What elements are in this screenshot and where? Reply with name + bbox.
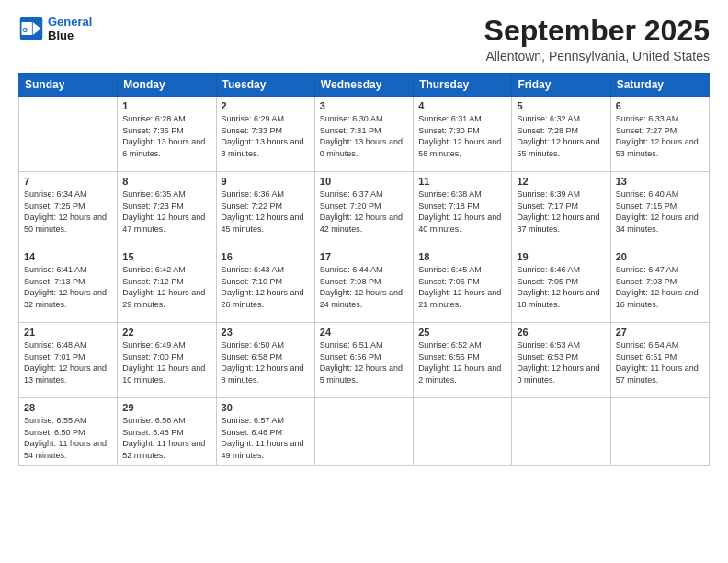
calendar-cell: 6Sunrise: 6:33 AMSunset: 7:27 PMDaylight… xyxy=(610,97,709,172)
calendar-cell: 8Sunrise: 6:35 AMSunset: 7:23 PMDaylight… xyxy=(118,172,216,247)
calendar-cell xyxy=(512,398,610,465)
calendar-cell: 1Sunrise: 6:28 AMSunset: 7:35 PMDaylight… xyxy=(118,97,216,172)
cell-content: Sunrise: 6:56 AMSunset: 6:48 PMDaylight:… xyxy=(122,415,210,461)
weekday-header: Tuesday xyxy=(216,74,314,97)
cell-content: Sunrise: 6:29 AMSunset: 7:33 PMDaylight:… xyxy=(222,113,310,159)
calendar-cell xyxy=(414,398,512,465)
calendar-cell: 10Sunrise: 6:37 AMSunset: 7:20 PMDayligh… xyxy=(314,172,413,247)
calendar-cell: 15Sunrise: 6:42 AMSunset: 7:12 PMDayligh… xyxy=(118,247,216,323)
day-number: 20 xyxy=(616,251,704,262)
cell-content: Sunrise: 6:38 AMSunset: 7:18 PMDaylight:… xyxy=(418,189,506,235)
calendar-cell: 3Sunrise: 6:30 AMSunset: 7:31 PMDaylight… xyxy=(314,97,413,172)
calendar-header-row: SundayMondayTuesdayWednesdayThursdayFrid… xyxy=(19,74,710,97)
cell-content: Sunrise: 6:44 AMSunset: 7:08 PMDaylight:… xyxy=(320,264,408,310)
day-number: 13 xyxy=(616,176,704,187)
calendar-cell: 26Sunrise: 6:53 AMSunset: 6:53 PMDayligh… xyxy=(512,323,610,398)
calendar-cell xyxy=(19,97,118,172)
calendar-cell: 2Sunrise: 6:29 AMSunset: 7:33 PMDaylight… xyxy=(216,97,314,172)
calendar-cell: 13Sunrise: 6:40 AMSunset: 7:15 PMDayligh… xyxy=(610,172,709,247)
cell-content: Sunrise: 6:51 AMSunset: 6:56 PMDaylight:… xyxy=(320,339,408,385)
cell-content: Sunrise: 6:49 AMSunset: 7:00 PMDaylight:… xyxy=(122,339,210,385)
calendar-cell: 28Sunrise: 6:55 AMSunset: 6:50 PMDayligh… xyxy=(19,398,118,465)
calendar-cell xyxy=(314,398,413,465)
cell-content: Sunrise: 6:54 AMSunset: 6:51 PMDaylight:… xyxy=(616,339,704,385)
calendar-cell: 17Sunrise: 6:44 AMSunset: 7:08 PMDayligh… xyxy=(314,247,413,323)
day-number: 21 xyxy=(24,327,112,338)
day-number: 4 xyxy=(418,100,506,111)
cell-content: Sunrise: 6:42 AMSunset: 7:12 PMDaylight:… xyxy=(122,264,210,310)
cell-content: Sunrise: 6:34 AMSunset: 7:25 PMDaylight:… xyxy=(24,189,112,235)
calendar-table: SundayMondayTuesdayWednesdayThursdayFrid… xyxy=(18,73,710,465)
cell-content: Sunrise: 6:39 AMSunset: 7:17 PMDaylight:… xyxy=(517,189,605,235)
day-number: 25 xyxy=(418,327,506,338)
calendar-cell: 27Sunrise: 6:54 AMSunset: 6:51 PMDayligh… xyxy=(610,323,709,398)
calendar-cell: 12Sunrise: 6:39 AMSunset: 7:17 PMDayligh… xyxy=(512,172,610,247)
day-number: 10 xyxy=(320,176,408,187)
cell-content: Sunrise: 6:28 AMSunset: 7:35 PMDaylight:… xyxy=(122,113,210,159)
location: Allentown, Pennsylvania, United States xyxy=(484,49,710,63)
cell-content: Sunrise: 6:50 AMSunset: 6:58 PMDaylight:… xyxy=(222,339,310,385)
cell-content: Sunrise: 6:37 AMSunset: 7:20 PMDaylight:… xyxy=(320,189,408,235)
calendar-week-row: 14Sunrise: 6:41 AMSunset: 7:13 PMDayligh… xyxy=(19,247,710,323)
calendar-week-row: 7Sunrise: 6:34 AMSunset: 7:25 PMDaylight… xyxy=(19,172,710,247)
cell-content: Sunrise: 6:32 AMSunset: 7:28 PMDaylight:… xyxy=(517,113,605,159)
cell-content: Sunrise: 6:36 AMSunset: 7:22 PMDaylight:… xyxy=(222,189,310,235)
calendar-cell: 9Sunrise: 6:36 AMSunset: 7:22 PMDaylight… xyxy=(216,172,314,247)
weekday-header: Friday xyxy=(512,74,610,97)
day-number: 15 xyxy=(122,251,210,262)
day-number: 19 xyxy=(517,251,605,262)
cell-content: Sunrise: 6:52 AMSunset: 6:55 PMDaylight:… xyxy=(418,339,506,385)
calendar-cell: 5Sunrise: 6:32 AMSunset: 7:28 PMDaylight… xyxy=(512,97,610,172)
day-number: 2 xyxy=(222,100,310,111)
cell-content: Sunrise: 6:55 AMSunset: 6:50 PMDaylight:… xyxy=(24,415,112,461)
calendar-week-row: 28Sunrise: 6:55 AMSunset: 6:50 PMDayligh… xyxy=(19,398,710,465)
calendar-cell: 21Sunrise: 6:48 AMSunset: 7:01 PMDayligh… xyxy=(19,323,118,398)
cell-content: Sunrise: 6:30 AMSunset: 7:31 PMDaylight:… xyxy=(320,113,408,159)
cell-content: Sunrise: 6:41 AMSunset: 7:13 PMDaylight:… xyxy=(24,264,112,310)
day-number: 27 xyxy=(616,327,704,338)
cell-content: Sunrise: 6:35 AMSunset: 7:23 PMDaylight:… xyxy=(122,189,210,235)
day-number: 26 xyxy=(517,327,605,338)
weekday-header: Saturday xyxy=(610,74,709,97)
logo-icon: G xyxy=(18,16,44,41)
cell-content: Sunrise: 6:33 AMSunset: 7:27 PMDaylight:… xyxy=(616,113,704,159)
day-number: 23 xyxy=(222,327,310,338)
calendar-week-row: 21Sunrise: 6:48 AMSunset: 7:01 PMDayligh… xyxy=(19,323,710,398)
page: G General Blue September 2025 Allentown,… xyxy=(0,0,728,563)
cell-content: Sunrise: 6:47 AMSunset: 7:03 PMDaylight:… xyxy=(616,264,704,310)
day-number: 6 xyxy=(616,100,704,111)
svg-text:G: G xyxy=(22,27,28,33)
calendar-cell: 29Sunrise: 6:56 AMSunset: 6:48 PMDayligh… xyxy=(118,398,216,465)
day-number: 28 xyxy=(24,402,112,413)
day-number: 12 xyxy=(517,176,605,187)
day-number: 3 xyxy=(320,100,408,111)
calendar-cell: 14Sunrise: 6:41 AMSunset: 7:13 PMDayligh… xyxy=(19,247,118,323)
day-number: 7 xyxy=(24,176,112,187)
cell-content: Sunrise: 6:48 AMSunset: 7:01 PMDaylight:… xyxy=(24,339,112,385)
cell-content: Sunrise: 6:53 AMSunset: 6:53 PMDaylight:… xyxy=(517,339,605,385)
calendar-cell: 18Sunrise: 6:45 AMSunset: 7:06 PMDayligh… xyxy=(414,247,512,323)
weekday-header: Wednesday xyxy=(314,74,413,97)
weekday-header: Monday xyxy=(118,74,216,97)
day-number: 24 xyxy=(320,327,408,338)
month-title: September 2025 xyxy=(484,15,710,47)
logo: G General Blue xyxy=(18,15,92,42)
cell-content: Sunrise: 6:46 AMSunset: 7:05 PMDaylight:… xyxy=(517,264,605,310)
calendar-cell: 30Sunrise: 6:57 AMSunset: 6:46 PMDayligh… xyxy=(216,398,314,465)
weekday-header: Sunday xyxy=(19,74,118,97)
calendar-cell xyxy=(610,398,709,465)
cell-content: Sunrise: 6:43 AMSunset: 7:10 PMDaylight:… xyxy=(222,264,310,310)
day-number: 22 xyxy=(122,327,210,338)
day-number: 17 xyxy=(320,251,408,262)
day-number: 16 xyxy=(222,251,310,262)
calendar-cell: 20Sunrise: 6:47 AMSunset: 7:03 PMDayligh… xyxy=(610,247,709,323)
calendar-cell: 7Sunrise: 6:34 AMSunset: 7:25 PMDaylight… xyxy=(19,172,118,247)
day-number: 11 xyxy=(418,176,506,187)
cell-content: Sunrise: 6:40 AMSunset: 7:15 PMDaylight:… xyxy=(616,189,704,235)
day-number: 9 xyxy=(222,176,310,187)
cell-content: Sunrise: 6:45 AMSunset: 7:06 PMDaylight:… xyxy=(418,264,506,310)
calendar-cell: 24Sunrise: 6:51 AMSunset: 6:56 PMDayligh… xyxy=(314,323,413,398)
calendar-cell: 22Sunrise: 6:49 AMSunset: 7:00 PMDayligh… xyxy=(118,323,216,398)
cell-content: Sunrise: 6:31 AMSunset: 7:30 PMDaylight:… xyxy=(418,113,506,159)
weekday-header: Thursday xyxy=(414,74,512,97)
